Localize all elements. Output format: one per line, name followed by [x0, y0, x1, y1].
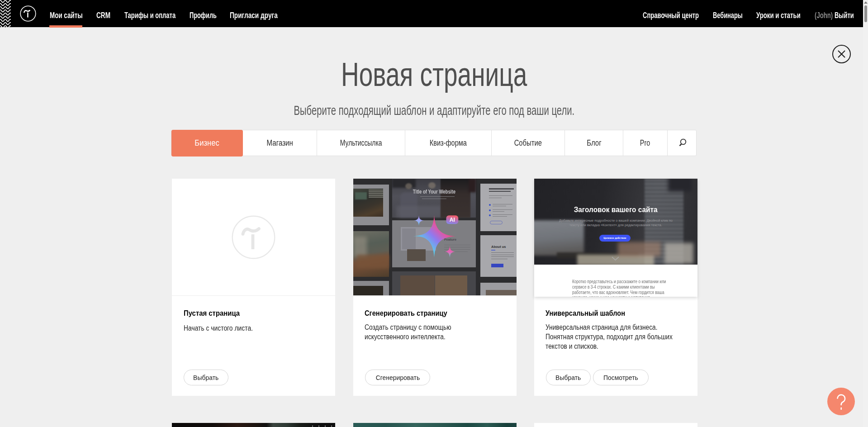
svg-text:AI: AI [450, 217, 455, 223]
